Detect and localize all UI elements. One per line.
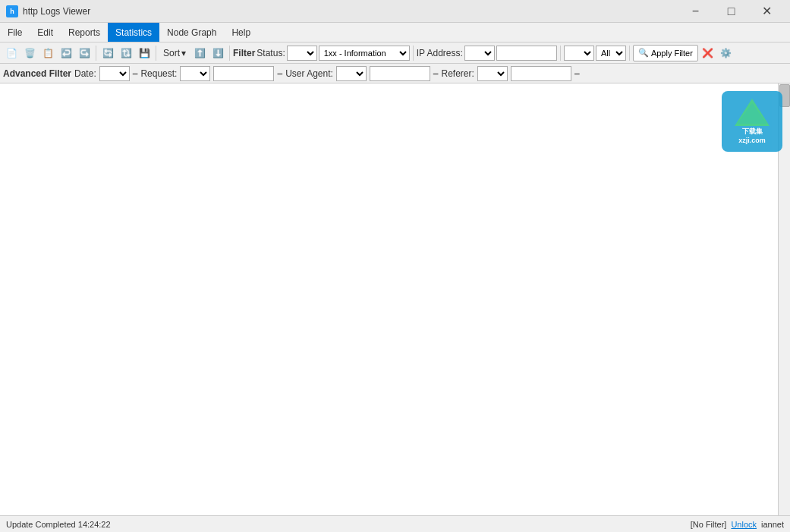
sort-button[interactable]: Sort ▾: [159, 45, 190, 61]
separator-5: [560, 46, 561, 61]
redo-button[interactable]: ↪️: [76, 45, 93, 61]
sort-dropdown-icon: ▾: [181, 48, 186, 58]
useragent-filter-select[interactable]: [336, 66, 367, 81]
date-filter-select[interactable]: [99, 66, 130, 81]
window-controls: − □ ✕: [678, 0, 784, 23]
menu-file[interactable]: File: [0, 23, 30, 42]
title-bar: h http Logs Viewer − □ ✕: [0, 0, 790, 23]
undo-button[interactable]: ↩️: [58, 45, 74, 61]
apply-icon: 🔍: [638, 48, 649, 58]
sort-asc-button[interactable]: ⬆️: [191, 45, 208, 61]
referer-filter-input[interactable]: [511, 66, 571, 81]
save-button[interactable]: 💾: [136, 45, 153, 61]
new-button[interactable]: 📄: [3, 45, 20, 61]
clear-filter-button[interactable]: ❌: [700, 45, 716, 61]
extra-filter-select[interactable]: [564, 46, 594, 61]
delete-button[interactable]: 🗑️: [21, 45, 38, 61]
separator-4: [413, 46, 414, 61]
date-separator: –: [133, 68, 138, 79]
useragent-filter-input[interactable]: [370, 66, 430, 81]
copy-button[interactable]: 📋: [39, 45, 56, 61]
ip-filter-input[interactable]: [496, 46, 557, 61]
close-button[interactable]: ✕: [750, 0, 784, 23]
watermark-logo: [733, 97, 771, 127]
svg-marker-1: [737, 103, 767, 124]
separator-6: [629, 46, 630, 61]
useragent-label: User Agent:: [285, 68, 333, 79]
watermark: 下载集 xzji.com: [722, 91, 782, 152]
status-type-filter[interactable]: 1xx - Information: [319, 46, 410, 61]
status-label: Status:: [257, 48, 285, 58]
request-label: Request:: [140, 68, 177, 79]
filter-label: Filter: [233, 48, 255, 58]
status-code-filter[interactable]: [287, 46, 317, 61]
app-icon: h: [6, 5, 18, 17]
status-bar: Update Completed 14:24:22 [No Filter] Un…: [0, 515, 790, 532]
menu-statistics[interactable]: Statistics: [108, 23, 159, 42]
main-content: 下载集 xzji.com: [0, 83, 790, 515]
refresh-button[interactable]: 🔄: [99, 45, 116, 61]
app-title: http Logs Viewer: [23, 6, 90, 17]
status-update-text: Update Completed 14:24:22: [6, 520, 111, 529]
referer-label: Referer:: [442, 68, 474, 79]
menu-reports[interactable]: Reports: [61, 23, 108, 42]
all-filter-select[interactable]: All: [596, 46, 626, 61]
adv-filter-label: Advanced Filter: [3, 68, 71, 79]
separator-3: [229, 46, 230, 61]
refresh2-button[interactable]: 🔃: [118, 45, 134, 61]
ip-filter-select[interactable]: [464, 46, 495, 61]
toolbar: 📄 🗑️ 📋 ↩️ ↪️ 🔄 🔃 💾 Sort ▾ ⬆️ ⬇️ Filter S…: [0, 42, 790, 64]
request-separator: –: [277, 68, 282, 79]
referer-filter-select[interactable]: [477, 66, 508, 81]
watermark-text-2: xzji.com: [738, 137, 766, 146]
request-filter-select[interactable]: [180, 66, 210, 81]
menu-nodegraph[interactable]: Node Graph: [159, 23, 224, 42]
ip-label: IP Address:: [417, 48, 463, 58]
no-filter-text: [No Filter]: [691, 520, 727, 529]
separator-1: [96, 46, 96, 61]
useragent-separator: –: [433, 68, 439, 79]
menu-help[interactable]: Help: [224, 23, 258, 42]
status-right: [No Filter] Unlock iannet: [691, 520, 784, 529]
date-label: Date:: [74, 68, 96, 79]
apply-filter-button[interactable]: 🔍 Apply Filter: [633, 45, 698, 61]
filter-options-button[interactable]: ⚙️: [718, 45, 735, 61]
menu-bar: File Edit Reports Statistics Node Graph …: [0, 23, 790, 42]
title-bar-left: h http Logs Viewer: [6, 5, 90, 17]
request-filter-input[interactable]: [213, 66, 274, 81]
unlock-link[interactable]: Unlock: [731, 520, 757, 529]
sort-desc-button[interactable]: ⬇️: [209, 45, 226, 61]
menu-edit[interactable]: Edit: [30, 23, 61, 42]
watermark-text-1: 下载集: [742, 127, 763, 137]
separator-2: [156, 46, 156, 61]
maximize-button[interactable]: □: [714, 0, 748, 23]
minimize-button[interactable]: −: [678, 0, 713, 23]
referer-separator: –: [574, 68, 580, 79]
apply-filter-label: Apply Filter: [651, 49, 693, 58]
status-user: iannet: [761, 520, 784, 529]
advanced-filter-bar: Advanced Filter Date: – Request: – User …: [0, 64, 790, 83]
sort-label: Sort: [163, 48, 180, 58]
